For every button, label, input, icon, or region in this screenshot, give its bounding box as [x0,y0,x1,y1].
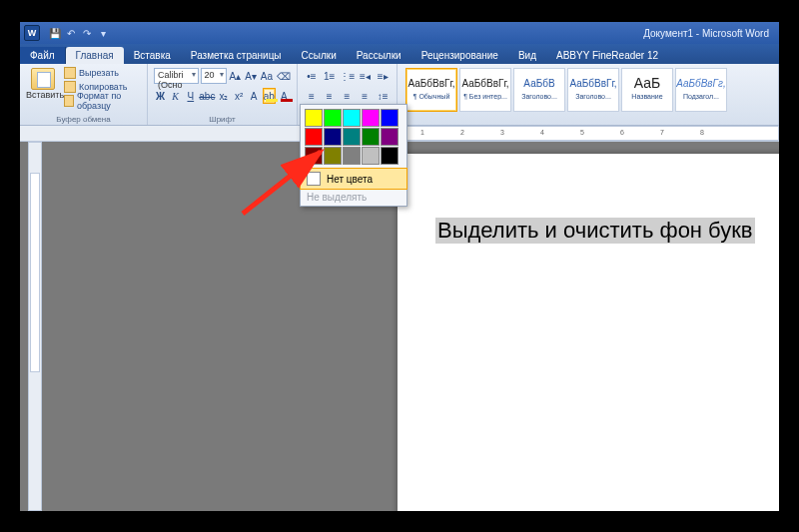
justify-button[interactable]: ≡ [357,88,373,104]
paste-label: Вставить [26,90,60,100]
highlight-swatch [266,99,278,102]
italic-button[interactable]: К [169,88,182,104]
group-clipboard: Вставить Вырезать Копировать Формат по о… [20,64,148,125]
cut-button[interactable]: Вырезать [64,66,141,80]
no-color-icon [307,172,321,186]
color-swatch[interactable] [381,109,399,127]
superscript-button[interactable]: x² [233,88,246,104]
tab-insert[interactable]: Вставка [124,47,181,64]
copy-icon [64,81,76,93]
paste-button[interactable]: Вставить [26,66,60,108]
font-size-combo[interactable]: 20 [201,68,227,84]
style-heading2[interactable]: АаБбВвГг,Заголово... [567,68,619,112]
color-swatch[interactable] [362,147,380,165]
color-swatch-grid [301,105,406,169]
window-title: Документ1 - Microsoft Word [110,28,779,39]
numbering-button[interactable]: 1≡ [322,68,338,84]
color-swatch[interactable] [343,128,361,146]
color-swatch[interactable] [362,109,380,127]
color-swatch[interactable] [343,147,361,165]
align-center-button[interactable]: ≡ [322,88,338,104]
title-bar: W 💾 ↶ ↷ ▾ Документ1 - Microsoft Word [20,22,779,44]
group-label-clipboard: Буфер обмена [20,115,147,124]
qat-more-icon[interactable]: ▾ [96,26,110,40]
color-swatch[interactable] [324,109,342,127]
tab-file[interactable]: Файл [20,47,66,64]
color-swatch[interactable] [343,109,361,127]
group-label-font: Шрифт [148,115,297,124]
cut-icon [64,67,76,79]
stop-highlighting-item[interactable]: Не выделять [301,189,406,206]
tab-review[interactable]: Рецензирование [411,47,508,64]
font-color-swatch [281,99,293,102]
strikethrough-button[interactable]: abc [199,88,215,104]
bullets-button[interactable]: •≡ [304,68,320,84]
text-effects-button[interactable]: A [248,88,261,104]
align-right-button[interactable]: ≡ [340,88,356,104]
color-swatch[interactable] [305,109,323,127]
ribbon-tabs: Файл Главная Вставка Разметка страницы С… [20,44,779,64]
document-selected-text[interactable]: Выделить и очистить фон букв [435,218,755,244]
font-name-combo[interactable]: Calibri (Осно [154,68,199,84]
tab-page-layout[interactable]: Разметка страницы [181,47,292,64]
tab-home[interactable]: Главная [66,47,124,64]
bold-button[interactable]: Ж [154,88,167,104]
color-swatch[interactable] [305,128,323,146]
tab-view[interactable]: Вид [508,47,546,64]
quick-access-toolbar: 💾 ↶ ↷ ▾ [48,26,110,40]
font-color-button[interactable]: A [278,88,291,104]
stop-highlighting-label: Не выделять [307,192,367,203]
color-swatch[interactable] [305,147,323,165]
style-no-spacing[interactable]: АаБбВвГг,¶ Без интер... [459,68,511,112]
decrease-indent-button[interactable]: ≡◂ [358,68,374,84]
redo-icon[interactable]: ↷ [80,26,94,40]
color-swatch[interactable] [362,128,380,146]
undo-icon[interactable]: ↶ [64,26,78,40]
style-heading1[interactable]: АаБбВЗаголово... [513,68,565,112]
style-title[interactable]: АаБНазвание [621,68,673,112]
highlight-color-dropdown: Нет цвета Не выделять [300,104,407,207]
vertical-ruler[interactable] [28,142,42,511]
color-swatch[interactable] [381,128,399,146]
save-icon[interactable]: 💾 [48,26,62,40]
document-page[interactable]: Выделить и очистить фон букв [398,154,779,511]
clear-formatting-button[interactable]: ⌫ [276,68,292,84]
grow-font-button[interactable]: A▴ [229,68,243,84]
highlight-color-button[interactable]: ab [263,88,276,104]
subscript-button[interactable]: x₂ [217,88,230,104]
multilevel-button[interactable]: ⋮≡ [340,68,356,84]
underline-button[interactable]: Ч [184,88,197,104]
group-styles: АаБбВвГг,¶ Обычный АаБбВвГг,¶ Без интер.… [398,64,779,125]
tab-abbyy[interactable]: ABBYY FineReader 12 [546,47,668,64]
tab-mailings[interactable]: Рассылки [347,47,411,64]
word-icon: W [24,25,40,41]
shrink-font-button[interactable]: A▾ [244,68,258,84]
group-font: Calibri (Осно 20 A▴ A▾ Aa ⌫ Ж К Ч abc x₂… [148,64,298,125]
style-normal[interactable]: АаБбВвГг,¶ Обычный [405,68,457,112]
line-spacing-button[interactable]: ↕≡ [375,88,391,104]
align-left-button[interactable]: ≡ [304,88,320,104]
horizontal-ruler[interactable]: 1 2 3 4 5 6 7 8 [400,126,779,141]
change-case-button[interactable]: Aa [260,68,274,84]
color-swatch[interactable] [324,147,342,165]
style-subtitle[interactable]: АаБбВвГг,Подзагол... [675,68,727,112]
no-color-label: Нет цвета [327,174,373,185]
color-swatch[interactable] [381,147,399,165]
tab-references[interactable]: Ссылки [292,47,347,64]
format-painter-icon [64,95,74,107]
format-painter-button[interactable]: Формат по образцу [64,94,141,108]
no-color-item[interactable]: Нет цвета [300,168,407,190]
increase-indent-button[interactable]: ≡▸ [375,68,391,84]
paste-icon [31,68,55,90]
color-swatch[interactable] [324,128,342,146]
